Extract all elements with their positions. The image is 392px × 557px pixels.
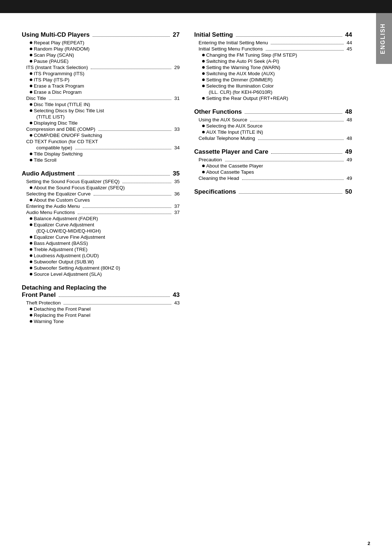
bullet-item: Selecting the Illumination Color bbox=[202, 83, 352, 89]
section: Detaching and Replacing theFront Panel43… bbox=[22, 284, 180, 325]
subsection-nodots-item: CD TEXT Function (for CD TEXT bbox=[26, 139, 180, 144]
bullet-item: ITS Play (ITS-P) bbox=[30, 77, 180, 82]
section-title: Initial Setting44 bbox=[194, 31, 352, 39]
section-title: Using Multi-CD Players27 bbox=[22, 31, 180, 39]
bullet-item: Title Display Switching bbox=[30, 151, 180, 157]
right-column: Initial Setting44Entering the Initial Se… bbox=[194, 31, 352, 331]
subsection-item: Cleaning the Head49 bbox=[199, 175, 352, 181]
subsection-item: Selecting the Equalizer Curve36 bbox=[26, 191, 180, 197]
page-number: 2 bbox=[368, 541, 370, 546]
bullet-item: ITS Programming (ITS) bbox=[30, 71, 180, 76]
bullet-item: Setting the Dimmer (DIMMER) bbox=[202, 77, 352, 82]
bullet-item: Treble Adjustment (TRE) bbox=[30, 247, 180, 252]
bullet-item: Equalizer Curve Adjustment bbox=[30, 222, 180, 227]
bullet-item: About the Custom Curves bbox=[30, 197, 180, 203]
section: Audio Adjustment35Setting the Sound Focu… bbox=[22, 170, 180, 278]
bullet-item: Subwoofer Setting Adjustment (80HZ 0) bbox=[30, 265, 180, 271]
bullet-item: Switching the AUX Mode (AUX) bbox=[202, 71, 352, 76]
bullet-item: Warning Tone bbox=[30, 319, 180, 324]
section: Other Functions48Using the AUX Source48S… bbox=[194, 108, 352, 142]
bullet-item: Random Play (RANDOM) bbox=[30, 46, 180, 52]
section-title: Specifications50 bbox=[194, 188, 352, 195]
bullet-item: Balance Adjustment (FADER) bbox=[30, 216, 180, 221]
bullet-item: Equalizer Curve Fine Adjustment bbox=[30, 234, 180, 240]
bullet-item: Setting the Rear Output (FRT+REAR) bbox=[202, 96, 352, 101]
bullet-item: Switching the Auto PI Seek (A-PI) bbox=[202, 58, 352, 64]
bullet-item: COMP/DBE ON/OFF Switching bbox=[30, 133, 180, 138]
subsection-item: ITS (Instant Track Selection)29 bbox=[26, 65, 180, 70]
subsection-item: Precaution49 bbox=[199, 157, 352, 162]
indent-item: (ILL. CLR) (for KEH-P6010R) bbox=[209, 89, 352, 95]
bullet-item: Changing the FM Tuning Step (FM STEP) bbox=[202, 52, 352, 58]
section-title: Cassette Player and Care49 bbox=[194, 148, 352, 156]
bullet-item: Title Scroll bbox=[30, 157, 180, 163]
bullet-item: Pause (PAUSE) bbox=[30, 58, 180, 64]
subsection-item: Using the AUX Source48 bbox=[199, 117, 352, 122]
bullet-item: Setting the Warning Tone (WARN) bbox=[202, 65, 352, 70]
subsection-item: Audio Menu Functions37 bbox=[26, 210, 180, 215]
bullet-item: Erase a Disc Program bbox=[30, 89, 180, 95]
content: Using Multi-CD Players27Repeat Play (REP… bbox=[0, 13, 392, 353]
bullet-item: Scan Play (SCAN) bbox=[30, 52, 180, 58]
bullet-item: Subwoofer Output (SUB.W) bbox=[30, 259, 180, 265]
subsection-item: Disc Title31 bbox=[26, 96, 180, 101]
section-title: Audio Adjustment35 bbox=[22, 170, 180, 177]
section: Initial Setting44Entering the Initial Se… bbox=[194, 31, 352, 102]
bullet-item: Repeat Play (REPEAT) bbox=[30, 40, 180, 45]
top-bar bbox=[0, 0, 392, 13]
section-title: Detaching and Replacing theFront Panel43 bbox=[22, 284, 180, 299]
bullet-item: About Cassette Tapes bbox=[202, 169, 352, 175]
section-title: Other Functions48 bbox=[194, 108, 352, 116]
subsection-item: Initial Setting Menu Functions45 bbox=[199, 46, 352, 52]
subsection-item: Cellular Telephone Muting48 bbox=[199, 136, 352, 141]
bullet-item: Selecting the AUX Source bbox=[202, 123, 352, 129]
indent-item: (TITLE LIST) bbox=[36, 114, 180, 120]
bullet-item: About the Cassette Player bbox=[202, 163, 352, 169]
bullet-item: Replacing the Front Panel bbox=[30, 312, 180, 318]
bullet-item: Selecting Discs by Disc Title List bbox=[30, 108, 180, 113]
bullet-item: AUX Title Input (TITLE IN) bbox=[202, 129, 352, 135]
bullet-item: About the Sound Focus Equalizer (SFEQ) bbox=[30, 185, 180, 190]
bullet-item: Disc Title Input (TITLE IN) bbox=[30, 102, 180, 107]
subsection-item: Entering the Initial Setting Menu44 bbox=[199, 40, 352, 45]
section: Specifications50 bbox=[194, 188, 352, 197]
section: Cassette Player and Care49Precaution49Ab… bbox=[194, 148, 352, 182]
subsection-item: Theft Protection43 bbox=[26, 300, 180, 306]
indent-item: (EQ-LOW/EQ-MID/EQ-HIGH) bbox=[36, 228, 180, 234]
subsection-item: Compression and DBE (COMP)33 bbox=[26, 126, 180, 132]
english-tab: ENGLISH bbox=[376, 13, 392, 64]
subsection-item: Setting the Sound Focus Equalizer (SFEQ)… bbox=[26, 179, 180, 184]
left-column: Using Multi-CD Players27Repeat Play (REP… bbox=[22, 31, 180, 331]
bullet-item: Detaching the Front Panel bbox=[30, 306, 180, 312]
bullet-item: Displaying Disc Title bbox=[30, 120, 180, 126]
section: Using Multi-CD Players27Repeat Play (REP… bbox=[22, 31, 180, 164]
subsection-item: Entering the Audio Menu37 bbox=[26, 203, 180, 209]
bullet-item: Loudness Adjustment (LOUD) bbox=[30, 253, 180, 258]
bullet-item: Bass Adjustment (BASS) bbox=[30, 241, 180, 246]
bullet-item: Erase a Track Program bbox=[30, 83, 180, 89]
indent-item: compatible type)34 bbox=[36, 145, 180, 150]
bullet-item: Source Level Adjustment (SLA) bbox=[30, 271, 180, 277]
